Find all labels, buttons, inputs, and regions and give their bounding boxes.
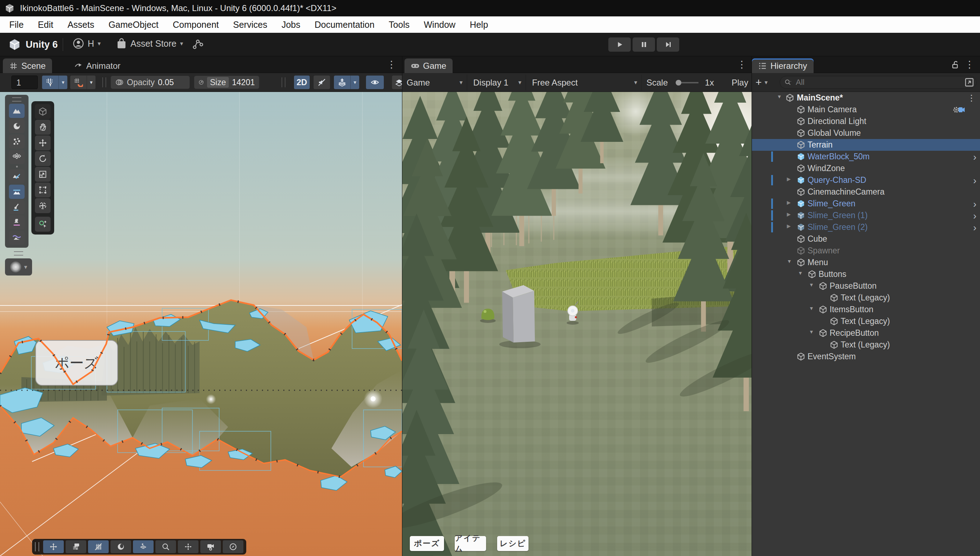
scene-audio-toggle[interactable]: [313, 76, 330, 89]
hierarchy-item-eventsystem[interactable]: EventSystem: [752, 351, 980, 362]
create-object-button[interactable]: + ▾: [756, 76, 768, 89]
overlay-drag-handle[interactable]: [35, 542, 39, 551]
overlay-grid-toggle[interactable]: [88, 540, 109, 553]
lock-open-icon[interactable]: [951, 60, 960, 70]
hierarchy-item-text-legacy-[interactable]: Text (Legacy): [752, 292, 980, 304]
size-value[interactable]: 14201: [232, 78, 255, 87]
game-panel-menu-icon[interactable]: ⋮: [737, 60, 747, 70]
expander-open-icon[interactable]: ▼: [809, 305, 814, 311]
tab-game[interactable]: Game: [404, 58, 452, 73]
expander-closed-icon[interactable]: ▶: [787, 200, 791, 205]
terrain-raise-tool[interactable]: [9, 104, 24, 118]
move-tool[interactable]: [35, 136, 51, 150]
expander-closed-icon[interactable]: ▶: [787, 211, 791, 217]
play-button[interactable]: [608, 37, 631, 52]
expander-open-icon[interactable]: ▼: [787, 259, 792, 264]
expander-open-icon[interactable]: ▼: [809, 282, 814, 288]
overlay-drag-handle[interactable]: [14, 251, 23, 255]
hierarchy-item-main-camera[interactable]: Main Camera: [752, 104, 980, 115]
scale-slider[interactable]: [676, 80, 681, 86]
hierarchy-item-spawner[interactable]: Spawner: [752, 245, 980, 257]
hierarchy-item-windzone[interactable]: WindZone: [752, 163, 980, 174]
hierarchy-item-terrain[interactable]: Terrain: [752, 139, 980, 151]
chevron-down-icon[interactable]: ▾: [350, 76, 359, 89]
chevron-down-icon[interactable]: ▾: [58, 76, 67, 89]
scale-tool[interactable]: [35, 167, 51, 182]
menu-item-tools[interactable]: Tools: [382, 16, 417, 33]
expander-closed-icon[interactable]: ▶: [787, 223, 791, 229]
tab-animator[interactable]: Animator: [68, 58, 127, 73]
overlay-move-tool[interactable]: [43, 540, 64, 553]
scene-panel-menu-icon[interactable]: ⋮: [387, 60, 396, 70]
terrain-paths-tool[interactable]: [9, 231, 24, 245]
tab-hierarchy[interactable]: Hierarchy: [752, 58, 814, 73]
terrain-stamp-tool[interactable]: [9, 215, 24, 230]
step-button[interactable]: [657, 37, 679, 52]
expander-closed-icon[interactable]: ▶: [787, 176, 791, 182]
grid-opacity-control[interactable]: Opacity 0.05: [110, 76, 190, 89]
overlay-compass-button[interactable]: [223, 540, 244, 553]
menu-item-file[interactable]: File: [2, 16, 31, 33]
hierarchy-search[interactable]: [780, 76, 977, 89]
hierarchy-item-text-legacy-[interactable]: Text (Legacy): [752, 339, 980, 351]
expander-open-icon[interactable]: ▼: [798, 270, 803, 276]
terrain-paint-details-tool[interactable]: [9, 150, 24, 164]
game-ui-button-1[interactable]: アイテム: [455, 536, 486, 551]
hierarchy-scene-root[interactable]: ▼MainScene*⋮: [752, 92, 980, 104]
hand-tool[interactable]: [35, 120, 51, 135]
scene-camera-stack-field[interactable]: 1: [11, 76, 38, 89]
hierarchy-item-buttons[interactable]: ▼Buttons: [752, 268, 980, 280]
chevron-down-icon[interactable]: ▾: [87, 76, 95, 89]
transform-tool[interactable]: [35, 198, 51, 213]
grid-axis-toggle[interactable]: Y ▾: [42, 76, 67, 89]
rotate-tool[interactable]: [35, 151, 51, 166]
brush-size-control[interactable]: Size 14201: [194, 76, 260, 89]
expander-open-icon[interactable]: ▼: [777, 94, 782, 99]
rect-tool[interactable]: [35, 183, 51, 197]
hierarchy-item-pausebutton[interactable]: ▼PauseButton: [752, 280, 980, 292]
overlay-camera-button[interactable]: [200, 540, 221, 553]
hierarchy-item-cinemachinecamera[interactable]: CinemachineCamera: [752, 186, 980, 198]
hierarchy-menu-icon[interactable]: ⋮: [965, 60, 974, 70]
game-view-dropdown[interactable]: Game ▾: [402, 74, 467, 91]
hierarchy-item-waterblock-50m[interactable]: WaterBlock_50m›: [752, 151, 980, 163]
menu-item-documentation[interactable]: Documentation: [308, 16, 382, 33]
menu-item-help[interactable]: Help: [463, 16, 495, 33]
overlay-drag-handle[interactable]: [12, 97, 21, 102]
scene-viewport[interactable]: ポーズ: [0, 92, 402, 556]
opacity-value[interactable]: 0.05: [158, 78, 174, 87]
scale-slider-track[interactable]: [681, 82, 699, 83]
display-dropdown[interactable]: Display 1 ▾: [469, 74, 526, 91]
terrain-sculpt-tool[interactable]: [9, 169, 24, 184]
game-viewport[interactable]: ポーズアイテムレシピ: [402, 92, 752, 556]
menu-item-component[interactable]: Component: [166, 16, 226, 33]
overlay-skybox-toggle[interactable]: [110, 540, 131, 553]
hierarchy-item-directional-light[interactable]: Directional Light: [752, 115, 980, 127]
hierarchy-item-cube[interactable]: Cube: [752, 233, 980, 245]
hierarchy-item-slime-green-2-[interactable]: ▶Slime_Green (2)›: [752, 221, 980, 233]
menu-item-assets[interactable]: Assets: [60, 16, 101, 33]
terrain-set-height-tool[interactable]: [9, 184, 24, 199]
prefab-open-chevron-icon[interactable]: ›: [973, 210, 977, 222]
search-input[interactable]: [795, 78, 932, 87]
expander-open-icon[interactable]: ▼: [809, 329, 814, 335]
terrain-paint-trees-tool[interactable]: [9, 134, 24, 149]
pause-button[interactable]: [633, 37, 655, 52]
scene-visibility-toggle[interactable]: [366, 76, 384, 89]
prefab-open-chevron-icon[interactable]: ›: [973, 222, 977, 233]
asset-store-menu[interactable]: Asset Store ▾: [116, 38, 183, 49]
scene-menu-icon[interactable]: ⋮: [967, 93, 976, 103]
game-ui-button-0[interactable]: ポーズ: [410, 536, 444, 551]
hierarchy-item-itemsbutton[interactable]: ▼ItemsButton: [752, 304, 980, 315]
hierarchy-item-query-chan-sd[interactable]: ▶Query-Chan-SD›: [752, 174, 980, 186]
menu-item-edit[interactable]: Edit: [31, 16, 60, 33]
overlay-search-button[interactable]: [155, 540, 176, 553]
tab-scene[interactable]: Scene: [3, 58, 52, 73]
hierarchy-item-menu[interactable]: ▼Menu: [752, 257, 980, 268]
menu-item-services[interactable]: Services: [226, 16, 274, 33]
brush-picker-button[interactable]: ▾: [5, 259, 32, 275]
size-label[interactable]: Size: [207, 77, 229, 88]
hierarchy-item-recipebutton[interactable]: ▼RecipeButton: [752, 327, 980, 339]
hierarchy-item-slime-green[interactable]: ▶Slime_Green›: [752, 198, 980, 210]
prefab-open-chevron-icon[interactable]: ›: [973, 199, 977, 210]
